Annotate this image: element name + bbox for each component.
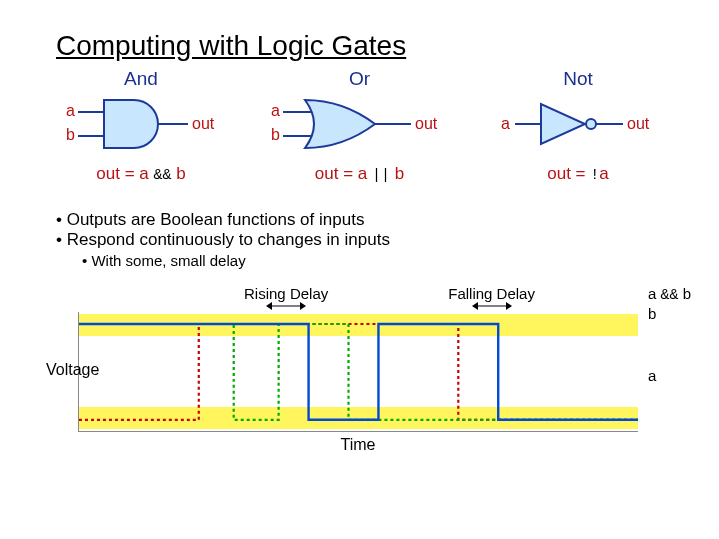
- or-equation: out = a || b: [315, 164, 404, 184]
- or-in-b: b: [271, 126, 280, 143]
- or-eq-pre: out = a: [315, 164, 372, 183]
- and-in-a: a: [66, 102, 75, 119]
- rising-arrow-icon: [266, 302, 306, 310]
- legend-a: a: [648, 367, 691, 385]
- signal-legend: a && b b a: [648, 285, 691, 385]
- timing-diagram: Rising Delay Falling Delay Voltage Time …: [56, 285, 663, 454]
- and-equation: out = a && b: [96, 164, 185, 184]
- or-eq-post: b: [390, 164, 404, 183]
- legend-out: a && b: [648, 285, 691, 305]
- and-eq-pre: out = a: [96, 164, 153, 183]
- and-out: out: [192, 115, 215, 132]
- or-in-a: a: [271, 102, 280, 119]
- bullet-2: Respond continuously to changes in input…: [56, 230, 663, 250]
- or-out: out: [415, 115, 438, 132]
- bullet-list: Outputs are Boolean functions of inputs …: [56, 210, 663, 269]
- not-gate-symbol: a out: [493, 92, 663, 162]
- timing-graph: [78, 312, 638, 432]
- not-in-a: a: [501, 115, 510, 132]
- and-gate-symbol: a b out: [56, 92, 226, 162]
- bullet-3: With some, small delay: [82, 252, 663, 269]
- timing-traces: [79, 312, 638, 432]
- or-gate: Or a b out out = a || b: [265, 68, 455, 184]
- not-eq-post: a: [599, 164, 608, 183]
- not-eq-op: !: [590, 167, 599, 184]
- rising-delay-label: Rising Delay: [244, 285, 328, 310]
- falling-delay-label: Falling Delay: [448, 285, 535, 310]
- and-in-b: b: [66, 126, 75, 143]
- and-eq-op: &&: [153, 167, 171, 184]
- and-gate: And a b out out = a && b: [56, 68, 226, 184]
- or-eq-op: ||: [372, 167, 390, 184]
- not-equation: out = !a: [547, 164, 609, 184]
- legend-b: b: [648, 305, 691, 323]
- not-out: out: [627, 115, 650, 132]
- x-axis-label: Time: [78, 436, 638, 454]
- or-label: Or: [349, 68, 370, 90]
- not-gate: Not a out out = !a: [493, 68, 663, 184]
- page-title: Computing with Logic Gates: [56, 30, 663, 62]
- and-label: And: [124, 68, 158, 90]
- or-gate-symbol: a b out: [265, 92, 455, 162]
- not-eq-pre: out =: [547, 164, 590, 183]
- falling-delay-text: Falling Delay: [448, 285, 535, 302]
- y-axis-label: Voltage: [46, 361, 99, 379]
- rising-delay-text: Rising Delay: [244, 285, 328, 302]
- gates-row: And a b out out = a && b Or a b out out …: [56, 68, 663, 184]
- and-eq-post: b: [172, 164, 186, 183]
- bullet-1: Outputs are Boolean functions of inputs: [56, 210, 663, 230]
- falling-arrow-icon: [472, 302, 512, 310]
- svg-point-7: [586, 119, 596, 129]
- not-label: Not: [563, 68, 593, 90]
